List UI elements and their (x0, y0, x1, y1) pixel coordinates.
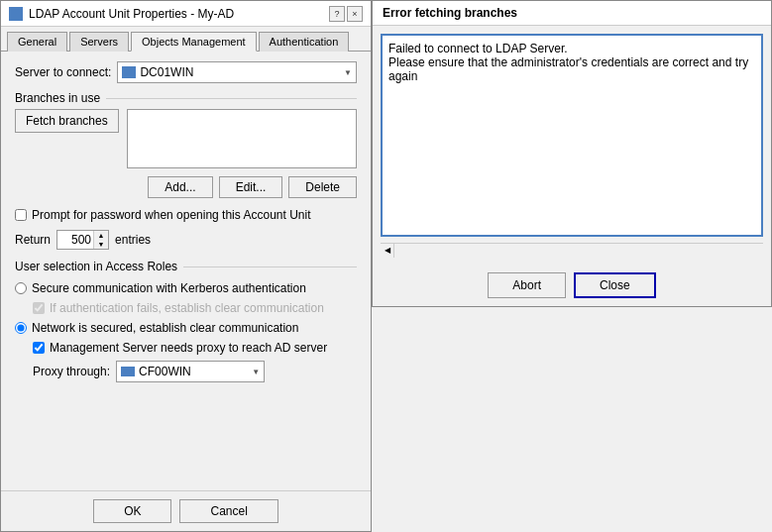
spinner-arrows: ▲ ▼ (93, 231, 108, 249)
ok-button[interactable]: OK (93, 499, 171, 523)
action-buttons: Add... Edit... Delete (15, 176, 357, 198)
error-close-button[interactable]: Close (574, 272, 656, 298)
radio2-label: Network is secured, establish clear comm… (32, 321, 298, 335)
spinner-down-button[interactable]: ▼ (94, 240, 108, 249)
return-spinner[interactable]: 500 ▲ ▼ (56, 230, 109, 250)
return-value[interactable]: 500 (57, 231, 93, 249)
radio1-row: Secure communication with Kerberos authe… (15, 281, 357, 295)
return-label: Return (15, 233, 51, 247)
server-value: DC01WIN (140, 65, 193, 79)
server-row: Server to connect: DC01WIN ▼ (15, 61, 357, 83)
radio-clear[interactable] (15, 322, 27, 334)
proxy-value: CF00WIN (139, 365, 191, 378)
delete-button[interactable]: Delete (288, 176, 357, 198)
prompt-checkbox-row: Prompt for password when opening this Ac… (15, 208, 357, 222)
dialog-content: Server to connect: DC01WIN ▼ Branches in… (1, 52, 371, 490)
user-selection-label: User selection in Access Roles (15, 260, 183, 273)
error-footer: Abort Close (373, 265, 771, 306)
error-text-area: Failed to connect to LDAP Server.Please … (381, 34, 763, 237)
radio2-row: Network is secured, establish clear comm… (15, 321, 357, 335)
title-bar-buttons: ? × (329, 6, 363, 22)
branches-section-label: Branches in use (15, 91, 357, 105)
abort-button[interactable]: Abort (488, 272, 566, 298)
management-checkbox-row: Management Server needs proxy to reach A… (33, 341, 357, 355)
branches-list[interactable] (127, 109, 357, 168)
title-bar: LDAP Account Unit Properties - My-AD ? × (1, 1, 371, 27)
server-dropdown-arrow: ▼ (344, 68, 352, 77)
proxy-icon (121, 367, 135, 376)
separator-line (183, 266, 357, 267)
add-button[interactable]: Add... (148, 176, 212, 198)
dialog-icon (9, 7, 23, 21)
radio1-label: Secure communication with Kerberos authe… (32, 281, 306, 295)
if-auth-fails-row: If authentication fails, establish clear… (33, 301, 357, 315)
tab-authentication[interactable]: Authentication (259, 32, 350, 52)
prompt-label: Prompt for password when opening this Ac… (32, 208, 310, 222)
error-title-bar: Error fetching branches (373, 1, 771, 26)
help-button[interactable]: ? (329, 6, 345, 22)
error-content: Failed to connect to LDAP Server.Please … (373, 26, 771, 265)
server-select[interactable]: DC01WIN ▼ (117, 61, 357, 83)
close-button[interactable]: × (347, 6, 363, 22)
scroll-left-arrow[interactable]: ◀ (381, 244, 394, 258)
proxy-row: Proxy through: CF00WIN ▼ (33, 361, 357, 382)
cancel-button[interactable]: Cancel (179, 499, 277, 523)
spinner-up-button[interactable]: ▲ (94, 231, 108, 240)
management-label: Management Server needs proxy to reach A… (50, 341, 327, 355)
prompt-checkbox[interactable] (15, 209, 27, 221)
tab-general[interactable]: General (7, 32, 67, 52)
tabs-row: General Servers Objects Management Authe… (1, 27, 371, 52)
tab-objects-management[interactable]: Objects Management (131, 32, 257, 52)
entries-label: entries (115, 233, 151, 247)
title-bar-left: LDAP Account Unit Properties - My-AD (9, 7, 234, 21)
error-title: Error fetching branches (383, 6, 517, 20)
main-dialog: LDAP Account Unit Properties - My-AD ? ×… (0, 0, 372, 532)
fetch-branches-button[interactable]: Fetch branches (15, 109, 119, 133)
error-dialog: Error fetching branches Failed to connec… (372, 0, 772, 307)
edit-button[interactable]: Edit... (219, 176, 283, 198)
radio-kerberos[interactable] (15, 282, 27, 294)
user-selection-separator: User selection in Access Roles (15, 260, 357, 273)
error-message: Failed to connect to LDAP Server.Please … (388, 42, 748, 83)
proxy-dropdown-arrow: ▼ (252, 368, 260, 376)
if-auth-fails-checkbox[interactable] (33, 302, 45, 314)
dialog-footer: OK Cancel (1, 490, 371, 531)
if-auth-fails-label: If authentication fails, establish clear… (50, 301, 324, 315)
scroll-track[interactable] (394, 244, 763, 257)
server-label: Server to connect: (15, 65, 111, 79)
proxy-select[interactable]: CF00WIN ▼ (116, 361, 265, 382)
proxy-label: Proxy through: (33, 365, 110, 378)
tab-servers[interactable]: Servers (69, 32, 129, 52)
return-row: Return 500 ▲ ▼ entries (15, 230, 357, 250)
proxy-select-inner: CF00WIN (121, 365, 191, 378)
dialog-title: LDAP Account Unit Properties - My-AD (29, 7, 234, 21)
management-checkbox[interactable] (33, 342, 45, 354)
server-icon (122, 66, 136, 78)
horizontal-scrollbar[interactable]: ◀ (381, 243, 763, 257)
server-select-inner: DC01WIN (122, 65, 193, 79)
branches-area: Fetch branches (15, 109, 357, 168)
